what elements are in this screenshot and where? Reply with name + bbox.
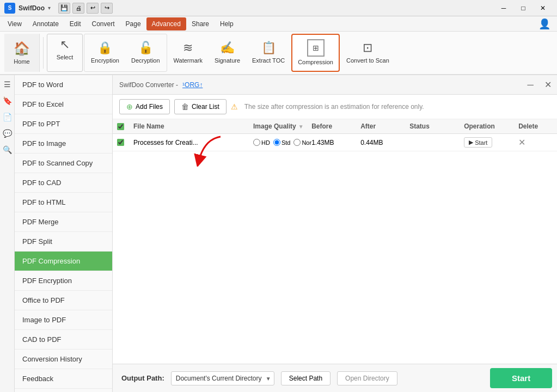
output-path-label: Output Path: — [121, 374, 164, 382]
row-checkbox-col — [117, 139, 133, 146]
select-all-checkbox[interactable] — [117, 123, 124, 130]
menu-annotate[interactable]: Annotate — [27, 17, 64, 30]
home-icon: 🏠 — [14, 41, 30, 56]
decryption-button[interactable]: 🔓 Decryption — [126, 35, 166, 70]
sidebar-item-pdf-compression[interactable]: PDF Compression — [15, 252, 112, 271]
print-button[interactable]: 🖨 — [72, 3, 84, 14]
row-after-size: 0.44MB — [360, 139, 409, 146]
main-container: ☰ 🔖 📄 💬 🔍 PDF to Word PDF to Excel PDF t… — [0, 75, 557, 392]
sidebar-item-pdf-to-image[interactable]: PDF to Image — [15, 134, 112, 154]
select-icon: ↖ — [60, 38, 70, 52]
open-directory-button[interactable]: Open Directory — [337, 371, 397, 385]
sidebar-item-office-to-pdf[interactable]: Office to PDF — [15, 291, 112, 310]
sidebar-item-feedback[interactable]: Feedback — [15, 369, 112, 389]
header-filename: File Name — [133, 122, 253, 130]
add-files-button[interactable]: ⊕ Add Files — [119, 99, 170, 114]
breadcrumb-text: SwifDoo Converter - — [119, 81, 178, 89]
title-bar-tools: 💾 🖨 ↩ ↪ — [58, 3, 113, 14]
signature-button[interactable]: ✍ Signature — [209, 34, 246, 72]
sidebar: PDF to Word PDF to Excel PDF to PPT PDF … — [15, 75, 113, 392]
row-start-button[interactable]: ▶ Start — [464, 137, 492, 148]
select-tool-button[interactable]: ↖ Select — [48, 35, 81, 63]
watermark-icon: ≋ — [183, 41, 193, 55]
redo-button[interactable]: ↪ — [101, 3, 113, 14]
window-close-inner-button[interactable]: ✕ — [541, 78, 554, 91]
bottom-bar: Output Path: Document's Current Director… — [113, 364, 557, 392]
sidebar-item-pdf-to-ppt[interactable]: PDF to PPT — [15, 114, 112, 134]
row-delete-button[interactable]: ✕ — [518, 137, 525, 148]
quality-hd-radio[interactable] — [253, 139, 260, 146]
left-icon-bar: ☰ 🔖 📄 💬 🔍 — [0, 75, 15, 392]
quality-radio-group: HD Std Nor — [253, 139, 311, 146]
menu-page[interactable]: Page — [120, 17, 146, 30]
extract-toc-button[interactable]: 📋 Extract TOC — [247, 34, 290, 72]
compression-icon: ⊞ — [307, 39, 325, 57]
maximize-button[interactable]: □ — [513, 0, 533, 16]
sidebar-item-conversion-history[interactable]: Conversion History — [15, 350, 112, 369]
content-header: SwifDoo Converter - ¹ORG↑ ─ ✕ — [113, 75, 557, 95]
sidebar-item-pdf-to-word[interactable]: PDF to Word — [15, 75, 112, 95]
app-name: SwifDoo — [19, 4, 45, 12]
sidebar-item-image-to-pdf[interactable]: Image to PDF — [15, 310, 112, 330]
select-path-button[interactable]: Select Path — [281, 371, 330, 385]
menu-advanced[interactable]: Advanced — [146, 17, 186, 30]
quality-std-label[interactable]: Std — [273, 139, 291, 146]
table-row: Processes for Creati... HD Std Nor 1.43M… — [113, 134, 557, 151]
sidebar-item-pdf-encryption[interactable]: PDF Encryption — [15, 271, 112, 291]
minimize-button[interactable]: ─ — [494, 0, 513, 16]
save-button[interactable]: 💾 — [58, 3, 70, 14]
decryption-icon: 🔓 — [138, 41, 153, 55]
sidebar-item-pdf-to-scanned-copy[interactable]: PDF to Scanned Copy — [15, 154, 112, 173]
sidebar-item-cad-to-pdf[interactable]: CAD to PDF — [15, 330, 112, 350]
row-checkbox[interactable] — [117, 139, 124, 146]
file-table: File Name Image Quality ▼ Before After S… — [113, 119, 557, 364]
window-minimize-inner-button[interactable]: ─ — [524, 78, 537, 91]
clear-list-button[interactable]: 🗑 Clear List — [174, 99, 227, 114]
quality-hd-label[interactable]: HD — [253, 139, 270, 146]
menu-edit[interactable]: Edit — [64, 17, 87, 30]
sidebar-toggle-icon[interactable]: ☰ — [0, 77, 14, 91]
pages-icon[interactable]: 📄 — [0, 110, 14, 124]
sidebar-item-pdf-to-html[interactable]: PDF to HTML — [15, 193, 112, 212]
quality-std-radio[interactable] — [273, 139, 280, 146]
breadcrumb-link[interactable]: ¹ORG↑ — [182, 81, 203, 89]
menu-help[interactable]: Help — [215, 17, 239, 30]
comments-icon[interactable]: 💬 — [0, 126, 14, 140]
compression-button[interactable]: ⊞ Compression — [291, 34, 340, 72]
sidebar-item-pdf-to-excel[interactable]: PDF to Excel — [15, 95, 112, 114]
start-button[interactable]: Start — [490, 368, 552, 388]
row-delete: ✕ — [518, 137, 556, 148]
bookmarks-icon[interactable]: 🔖 — [0, 94, 14, 108]
convert-to-scan-button[interactable]: ⊡ Convert to Scan — [341, 34, 395, 72]
menu-view[interactable]: View — [2, 17, 27, 30]
title-bar-left: S SwifDoo ▾ 💾 🖨 ↩ ↪ — [4, 3, 113, 14]
header-image-quality: Image Quality ▼ — [253, 122, 311, 130]
menu-share[interactable]: Share — [186, 17, 215, 30]
sidebar-item-pdf-merge[interactable]: PDF Merge — [15, 212, 112, 232]
play-icon: ▶ — [469, 139, 473, 146]
header-checkbox-col — [117, 122, 133, 130]
window-controls: ─ □ ✕ — [494, 0, 553, 16]
extract-toc-icon: 📋 — [261, 41, 276, 55]
row-before-size: 1.43MB — [311, 139, 360, 146]
encryption-button[interactable]: 🔒 Encryption — [85, 35, 125, 70]
account-icon[interactable]: 👤 — [534, 18, 555, 30]
search-icon[interactable]: 🔍 — [0, 143, 14, 157]
convert-to-scan-icon: ⊡ — [363, 41, 372, 55]
header-after: After — [360, 122, 409, 130]
watermark-button[interactable]: ≋ Watermark — [168, 34, 208, 72]
close-button[interactable]: ✕ — [533, 0, 553, 16]
output-path-select[interactable]: Document's Current Directory Custom Dire… — [171, 371, 274, 385]
add-files-icon: ⊕ — [126, 102, 133, 111]
sidebar-item-pdf-split[interactable]: PDF Split — [15, 232, 112, 252]
home-button[interactable]: 🏠 Home — [4, 34, 40, 72]
header-delete: Delete — [518, 122, 556, 130]
sidebar-item-pdf-to-cad[interactable]: PDF to CAD — [15, 173, 112, 193]
sort-arrow-icon: ▼ — [298, 124, 304, 130]
undo-button[interactable]: ↩ — [87, 3, 99, 14]
menu-convert[interactable]: Convert — [87, 17, 120, 30]
row-filename: Processes for Creati... — [133, 139, 253, 146]
quality-nor-radio[interactable] — [293, 139, 301, 146]
quality-nor-label[interactable]: Nor — [293, 139, 311, 146]
dropdown-arrow-icon: ▾ — [48, 5, 51, 11]
